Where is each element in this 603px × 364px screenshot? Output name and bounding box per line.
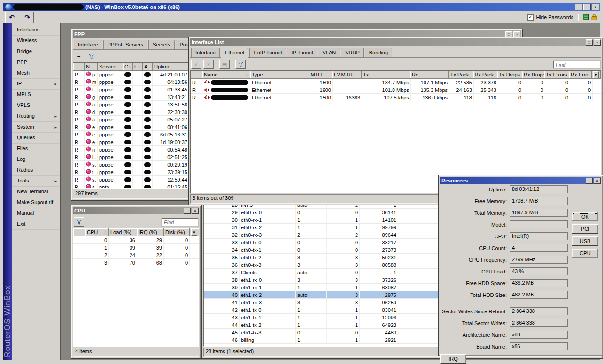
cpu-restore-button[interactable]: □ [184, 208, 191, 214]
filter-funnel-icon[interactable] [86, 52, 96, 61]
col-uptime[interactable]: Uptime [153, 63, 189, 71]
disable-button[interactable]: × [203, 60, 214, 69]
sidebar-item[interactable]: System ▸ [12, 122, 60, 133]
interface-list-tab[interactable]: Bonding [365, 48, 392, 57]
remove-button[interactable]: − [74, 52, 84, 61]
redo-button[interactable]: ↷ [21, 12, 34, 23]
redacted-caller-id [124, 170, 131, 174]
resources-restore-button[interactable]: □ [586, 178, 593, 184]
redacted-interface-name [211, 88, 248, 92]
filter-funnel-icon[interactable] [235, 60, 246, 69]
sidebar-item[interactable]: Tools ▸ [12, 176, 60, 187]
col-tx-drops[interactable]: Tx Drops [497, 71, 522, 79]
col-flag[interactable] [191, 71, 202, 79]
ppp-tab[interactable]: Secrets [148, 40, 174, 49]
col-rx-drops[interactable]: Rx Drops [522, 71, 544, 79]
resources-close-button[interactable]: × [594, 178, 601, 184]
resources-action-button[interactable]: IRQ [440, 354, 466, 364]
cpu-table-row[interactable]: 3 70 68 0 [73, 259, 199, 266]
col-rx[interactable]: Rx [410, 71, 449, 79]
sidebar-item[interactable]: MPLS [12, 90, 60, 100]
col-tx-packets[interactable]: Tx Pack... [449, 71, 473, 79]
app-titlebar[interactable]: (NAS) - WinBox v5.0beta6 on x86 (x86) _ … [3, 3, 600, 11]
resources-action-button[interactable]: OK [572, 212, 598, 221]
il-restore-button[interactable]: □ [586, 39, 593, 46]
col-encoding[interactable]: E▽ [133, 63, 143, 71]
sidebar-item[interactable]: New Terminal [12, 187, 60, 197]
flag-cell [204, 239, 212, 246]
resources-titlebar[interactable]: Resources □ × [440, 177, 601, 184]
interface-table-row[interactable]: R Ethernet 1500 16383 107.5 kbps 136.0 k… [191, 94, 601, 101]
sidebar-item[interactable]: Wireless [12, 36, 60, 46]
sidebar-item[interactable]: Mesh [12, 68, 60, 79]
col-service[interactable]: Service [98, 63, 123, 71]
interface-list-tab[interactable]: VLAN [318, 48, 340, 57]
col-name[interactable]: N... [85, 63, 98, 71]
sidebar-item[interactable]: IP ▸ [12, 79, 60, 90]
interface-list-tab[interactable]: Ethernet [221, 48, 249, 58]
ppp-tab[interactable]: PPPoE Servers [103, 40, 147, 49]
sidebar-item[interactable]: Make Supout.rif [12, 197, 60, 208]
col-rx-errors[interactable]: Rx Erro [569, 71, 592, 79]
cpu-titlebar[interactable]: CPU □ × [73, 207, 199, 214]
enable-button[interactable]: ✓ [191, 60, 201, 69]
col-caller-id[interactable]: C△ [123, 63, 133, 71]
col-load[interactable]: Load (%) [109, 228, 137, 236]
interface-table-row[interactable]: R Ethernet 1500 134.7 Mbps 107.1 Mbps 22… [191, 79, 601, 86]
interface-list-titlebar[interactable]: Interface List □ × [190, 38, 601, 46]
sidebar-item[interactable]: PPP [12, 57, 60, 68]
sidebar-item[interactable]: Files [12, 144, 60, 154]
ethernet-icon [204, 94, 210, 101]
sidebar-item[interactable]: Interfaces [12, 25, 60, 36]
filter-funnel-icon[interactable] [74, 217, 84, 227]
interface-table-row[interactable]: R Ethernet 1900 101.8 Mbps 135.3 Mbps 24… [191, 86, 601, 94]
resources-action-button[interactable]: PCI [572, 224, 598, 234]
resources-action-button[interactable]: USB [572, 236, 598, 246]
flag-cell: R [73, 116, 85, 123]
sidebar-item[interactable]: Bridge [12, 46, 60, 57]
column-picker-icon[interactable]: ▼ [593, 71, 599, 78]
cpu-find-input[interactable]: Find [162, 218, 198, 226]
hide-passwords-checkbox[interactable]: ✓ [527, 14, 534, 21]
sidebar-item[interactable]: Manual [12, 208, 60, 219]
col-irq[interactable]: IRQ (%) [137, 228, 164, 236]
interface-list-tab[interactable]: Interface [191, 48, 220, 57]
resource-field-label: Total Memory: [440, 210, 510, 216]
col-disk[interactable]: Disk (%) [164, 228, 190, 236]
col-rx-packets[interactable]: Rx Pack... [473, 71, 498, 79]
col-name[interactable]: Name△ [202, 71, 250, 79]
col-tx-errors[interactable]: Tx Errors [544, 71, 569, 79]
column-picker-icon[interactable]: ▼ [191, 229, 197, 236]
ppp-tab[interactable]: Interface [74, 40, 102, 49]
sidebar-item[interactable]: VPLS [12, 100, 60, 111]
sidebar-item[interactable]: Exit [12, 219, 60, 230]
col-address[interactable]: A.. [143, 63, 153, 71]
col-flag[interactable] [73, 228, 85, 236]
sidebar-item[interactable]: Queues [12, 133, 60, 144]
col-cpu[interactable]: CPU△ [85, 228, 109, 236]
interface-list-tab[interactable]: VRRP [341, 48, 364, 57]
sidebar-item[interactable]: Radius [12, 165, 60, 176]
cpu-table-row[interactable]: 2 24 22 0 [73, 251, 199, 259]
cpu-table-row[interactable]: 0 36 29 0 [73, 236, 199, 244]
sidebar-item[interactable]: Routing ▸ [12, 111, 60, 122]
col-flag[interactable] [73, 63, 85, 71]
undo-button[interactable]: ↶ [5, 12, 18, 23]
interface-find-input[interactable]: Find [553, 61, 600, 68]
interface-list-tab[interactable]: EoIP Tunnel [249, 48, 286, 57]
sidebar-item[interactable]: Log [12, 154, 60, 165]
col-l2mtu[interactable]: L2 MTU [332, 71, 362, 79]
cpu-table-row[interactable]: 1 39 39 0 [73, 244, 199, 251]
col-tx[interactable]: Tx [362, 71, 410, 79]
interface-list-tab[interactable]: IP Tunnel [287, 48, 317, 57]
col-type[interactable]: Type [250, 71, 309, 79]
col-mtu[interactable]: MTU [309, 71, 332, 79]
hide-passwords-label[interactable]: Hide Passwords [536, 15, 573, 20]
close-button[interactable]: × [592, 4, 599, 10]
il-close-button[interactable]: × [594, 39, 601, 46]
restore-button[interactable]: □ [583, 4, 591, 10]
resources-action-button[interactable]: CPU [572, 249, 598, 258]
minimize-button[interactable]: _ [575, 4, 582, 10]
cpu-close-button[interactable]: × [192, 208, 199, 214]
comment-button[interactable]: ▤ [219, 60, 230, 69]
